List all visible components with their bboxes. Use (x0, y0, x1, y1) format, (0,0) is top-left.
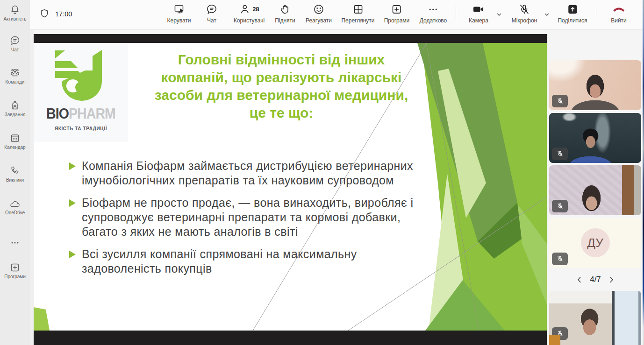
toolbar-button-raise-hand-label: Підняти (275, 17, 295, 24)
toolbar-button-apps[interactable]: Програми (384, 3, 410, 24)
biopharm-logo-mark (55, 49, 103, 102)
participant-video-2[interactable] (549, 113, 641, 163)
toolbar-button-mic[interactable]: Мікрофон (512, 3, 537, 24)
mic-muted-badge (552, 148, 568, 160)
mic-off-icon (518, 3, 530, 15)
bullet-triangle-icon (69, 251, 76, 258)
biopharm-logo-tagline: ЯКІСТЬ ТА ТРАДИЦІЇ (34, 126, 128, 131)
slide-bullet-line: Всі зусилля компанії спрямовані на макси… (82, 247, 438, 261)
toolbar-button-share[interactable]: Поділитися (558, 3, 587, 24)
participant-video-1[interactable] (549, 60, 641, 110)
bullet-triangle-icon (69, 199, 76, 207)
sidebar-item-chat-label: Чат (11, 47, 19, 52)
manage-screen-icon (173, 3, 185, 15)
toolbar-button-view-label: Переглянути (341, 17, 374, 24)
calendar-icon (9, 133, 21, 144)
phone-icon (9, 165, 21, 176)
participants-count-badge: 28 (253, 6, 259, 13)
slide-bullets: Компанія Біофарм займається дистрибуцією… (69, 159, 438, 284)
more-dots-icon (427, 3, 439, 15)
slide-bullet-line: супроводжує ветеринарні препарати та кор… (82, 210, 438, 225)
slide-bullet: Біофарм не просто продає, — вона винаход… (69, 196, 438, 239)
meeting-toolbar: 17:00 Керувати Чат 28 Користувачі Піднят… (30, 0, 644, 30)
bell-icon (9, 4, 21, 15)
shield-icon (39, 8, 50, 19)
sidebar-item-assignments[interactable]: Завдання (0, 100, 30, 117)
slide-bullet-line: імунобіологічних препаратів та їх науков… (82, 173, 438, 188)
toolbar-button-chat-label: Чат (207, 17, 216, 24)
toolbar-button-more[interactable]: Додатково (420, 3, 447, 24)
sidebar-item-more[interactable] (0, 237, 30, 248)
leave-call-icon (612, 3, 626, 15)
biopharm-logo-word: BIOPHARM (37, 106, 124, 122)
meeting-timer: 17:00 (55, 10, 72, 18)
slide-title-line: засоби для ветеринарної медицини, (141, 86, 422, 104)
mic-chevron-down-icon[interactable] (544, 11, 550, 18)
participants-icon (239, 3, 251, 15)
participant-video-3[interactable] (549, 165, 641, 215)
sidebar-item-apps[interactable]: Програми (0, 262, 30, 279)
slide-title-line: це те що: (141, 104, 422, 122)
toolbar-button-apps-label: Програми (384, 17, 410, 24)
mic-muted-badge (552, 200, 568, 212)
app-sidebar: Активність Чат Команди Завдання Календар… (0, 0, 30, 345)
toolbar-button-manage[interactable]: Керувати (167, 3, 191, 24)
toolbar-button-participants-label: Користувачі (234, 17, 265, 24)
toolbar-button-raise-hand[interactable]: Підняти (275, 3, 295, 24)
sidebar-item-onedrive[interactable]: OneDrive (0, 199, 30, 215)
pager-count: 4/7 (590, 275, 601, 284)
share-icon (566, 3, 579, 15)
participant-video-5[interactable] (549, 291, 641, 345)
slide-bullet: Всі зусилля компанії спрямовані на макси… (69, 247, 438, 276)
sidebar-item-calls[interactable]: Виклики (0, 165, 30, 183)
toolbar-button-leave[interactable]: Вийти (611, 3, 627, 24)
participant-avatar-tile[interactable]: ДУ (549, 218, 641, 268)
sidebar-item-teams-label: Команди (6, 79, 25, 84)
shared-presentation-slide: BIOPHARM ЯКІСТЬ ТА ТРАДИЦІЇ Головні відм… (34, 43, 547, 331)
slide-bullet: Компанія Біофарм займається дистрибуцією… (69, 159, 438, 188)
mic-muted-badge (552, 253, 568, 265)
sidebar-item-teams[interactable]: Команди (0, 67, 30, 84)
slide-bullet-line: Компанія Біофарм займається дистрибуцією… (82, 159, 438, 173)
sidebar-item-activity-label: Активність (3, 16, 26, 21)
sidebar-item-assignments-label: Завдання (5, 112, 26, 117)
sidebar-item-activity[interactable]: Активність (0, 4, 30, 21)
apps-plus-icon (391, 3, 403, 15)
biopharm-logo-box: BIOPHARM ЯКІСТЬ ТА ТРАДИЦІЇ (34, 43, 128, 142)
toolbar-button-view[interactable]: Переглянути (341, 3, 374, 24)
toolbar-divider (596, 6, 596, 19)
pager-next-icon[interactable] (608, 276, 615, 283)
sidebar-item-onedrive-label: OneDrive (5, 210, 25, 215)
slide-title: Головні відмінності від іншихкомпаній, щ… (141, 51, 422, 122)
toolbar-button-react-label: Реагувати (306, 17, 332, 24)
toolbar-button-participants[interactable]: 28 Користувачі (234, 3, 265, 24)
raise-hand-icon (279, 3, 291, 15)
camera-icon (472, 3, 485, 15)
cloud-icon (9, 199, 21, 209)
chat-icon (206, 3, 218, 15)
slide-title-line: Головні відмінності від інших (141, 51, 422, 69)
slide-bullet-line: Біофарм не просто продає, — вона винаход… (82, 196, 438, 210)
camera-chevron-down-icon[interactable] (496, 11, 502, 18)
teams-people-icon (9, 67, 21, 78)
participants-pager: 4/7 (547, 273, 644, 286)
slide-bullet-line: багато з яких не мають аналогів в світі (82, 225, 438, 239)
slide-title-line: компаній, що реалізують лікарські (141, 69, 422, 86)
toolbar-button-camera[interactable]: Камера (469, 3, 488, 24)
toolbar-button-share-label: Поділитися (558, 17, 587, 24)
toolbar-button-react[interactable]: Реагувати (306, 3, 332, 24)
sidebar-item-chat[interactable]: Чат (0, 35, 30, 52)
chat-icon (9, 35, 21, 46)
sidebar-item-calls-label: Виклики (6, 177, 24, 183)
toolbar-button-chat[interactable]: Чат (206, 3, 218, 24)
toolbar-button-more-label: Додатково (420, 17, 447, 24)
more-dots-icon (9, 237, 21, 248)
mic-muted-badge (552, 327, 568, 340)
toolbar-divider (456, 6, 456, 19)
toolbar-button-camera-label: Камера (469, 17, 488, 24)
sidebar-item-calendar[interactable]: Календар (0, 133, 30, 150)
toolbar-button-leave-label: Вийти (611, 17, 627, 24)
pager-prev-icon[interactable] (576, 276, 583, 283)
sidebar-item-apps-label: Програми (4, 274, 26, 279)
bullet-triangle-icon (69, 162, 76, 170)
